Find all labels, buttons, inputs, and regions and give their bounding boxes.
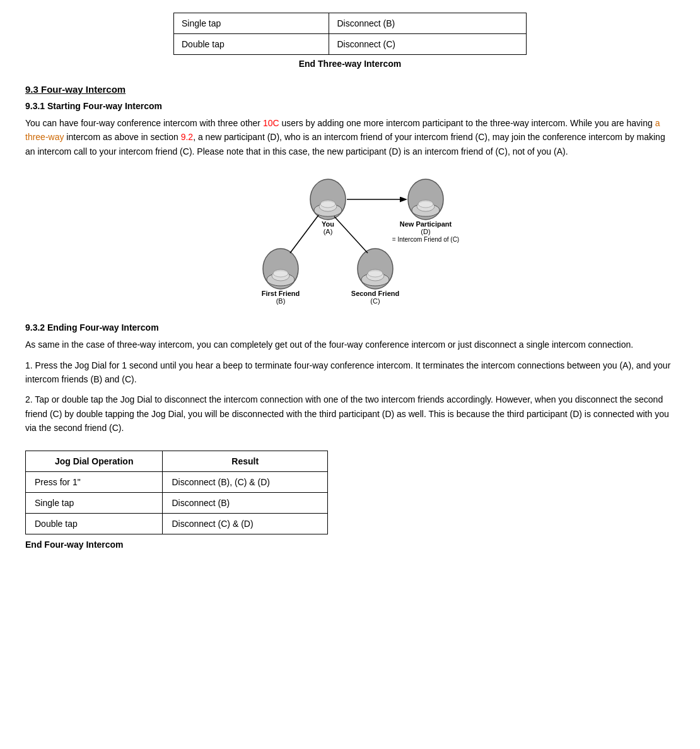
table-cell-result: Disconnect (B), (C) & (D) [163,471,328,492]
second-friend-label: Second Friend [351,290,399,297]
table-cell-result: Disconnect (B) [329,13,527,34]
helmet-new-participant: New Participant (D) = Intercom Friend of… [392,179,459,243]
top-table-wrapper: Single tap Disconnect (B) Double tap Dis… [25,13,675,55]
subsection-1-para: You can have four-way conference interco… [25,116,675,158]
top-table: Single tap Disconnect (B) Double tap Dis… [173,13,527,55]
subsection-2-para3: 2. Tap or double tap the Jog Dial to dis… [25,392,675,435]
table-cell-result: Disconnect (B) [163,492,328,513]
equals-label: = Intercom Friend of (C) [392,236,459,243]
table-row: Press for 1" Disconnect (B), (C) & (D) [26,471,328,492]
first-friend-b-label: (B) [276,297,286,305]
table-cell-op: Single tap [174,13,329,34]
second-friend-c-label: (C) [370,297,380,305]
svg-point-7 [418,200,433,208]
table-cell-op: Press for 1" [26,471,163,492]
table-cell-op: Single tap [26,492,163,513]
table-cell-result: Disconnect (C) [329,34,527,55]
table-cell-op: Double tap [174,34,329,55]
svg-point-3 [320,200,335,208]
table-row: Double tap Disconnect (C) & (D) [26,513,328,534]
col-header-operation: Jog Dial Operation [26,451,163,471]
top-table-caption: End Three-way Intercom [25,59,675,69]
helmet-second-friend: Second Friend (C) [351,249,399,305]
you-a-label: (A) [324,228,333,235]
highlight-three-way: a three-way [25,118,660,142]
bottom-table-caption: End Four-way Intercom [25,540,675,550]
four-way-diagram: You (A) New Participant (D) = Intercom F… [230,171,470,310]
helmet-you: You (A) [310,179,346,235]
first-friend-label: First Friend [262,290,300,297]
subsection-2-para1: As same in the case of three-way interco… [25,338,675,351]
section-main-heading: 9.3 Four-way Intercom [25,84,675,95]
col-header-result: Result [163,451,328,471]
helmet-first-friend: First Friend (B) [262,249,300,305]
table-cell-op: Double tap [26,513,163,534]
svg-point-15 [368,269,383,277]
bottom-table-wrapper: Jog Dial Operation Result Press for 1" D… [25,451,675,534]
subsection-1-heading: 9.3.1 Starting Four-way Intercom [25,101,675,111]
subsection-2-para2: 1. Press the Jog Dial for 1 second until… [25,358,675,387]
table-cell-result: Disconnect (C) & (D) [163,513,328,534]
table-row: Single tap Disconnect (B) [26,492,328,513]
line-a-c [334,216,368,253]
line-a-b [290,215,318,253]
new-participant-label: New Participant [400,220,452,228]
diagram-wrapper: You (A) New Participant (D) = Intercom F… [25,171,675,310]
diagram-svg: You (A) New Participant (D) = Intercom F… [230,171,470,310]
highlight-92: 9.2 [181,132,193,142]
table-row: Single tap Disconnect (B) [174,13,527,34]
table-row: Double tap Disconnect (C) [174,34,527,55]
subsection-2-heading: 9.3.2 Ending Four-way Intercom [25,322,675,333]
highlight-10c: 10C [263,118,279,128]
new-participant-d-label: (D) [421,228,430,235]
table-header-row: Jog Dial Operation Result [26,451,328,471]
svg-point-11 [273,269,288,277]
you-label: You [322,220,334,228]
bottom-table: Jog Dial Operation Result Press for 1" D… [25,451,328,534]
